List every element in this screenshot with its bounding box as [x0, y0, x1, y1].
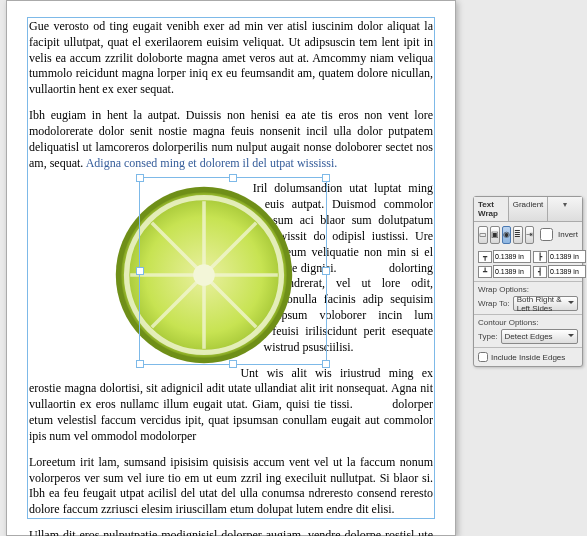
offset-left[interactable]: ┣ [533, 250, 586, 263]
wrap-shape-button[interactable]: ◉ [502, 226, 511, 244]
lime-icon [114, 185, 294, 365]
body-text[interactable]: Gue verosto od ting eugait venibh exer a… [29, 19, 433, 536]
wrap-to-select[interactable]: Both Right & Left Sides [513, 296, 578, 311]
type-select[interactable]: Detect Edges [501, 329, 578, 344]
invert-input[interactable] [540, 228, 553, 241]
type-label: Type: [478, 332, 498, 341]
panel-menu-icon[interactable]: ▾ [548, 197, 582, 221]
paragraph: Gue verosto od ting eugait venibh exer a… [29, 19, 433, 98]
offset-right-icon: ┫ [533, 266, 547, 278]
wrap-none-button[interactable]: ▭ [478, 226, 488, 244]
tab-gradient[interactable]: Gradient [509, 197, 549, 221]
wrapped-image[interactable] [114, 185, 294, 365]
document-page: Gue verosto od ting eugait venibh exer a… [6, 0, 456, 536]
tab-text-wrap[interactable]: Text Wrap [474, 197, 509, 221]
offset-top-icon: ┳ [478, 251, 492, 263]
invert-checkbox[interactable]: Invert [536, 225, 578, 244]
paragraph: Ibh eugiam in hent la autpat. Duissis no… [29, 108, 433, 171]
offset-right[interactable]: ┫ [533, 265, 586, 278]
contour-options-title: Contour Options: [478, 318, 578, 327]
include-inside-edges[interactable]: Include Inside Edges [474, 348, 582, 366]
selected-text: Adigna consed ming et dolorem il del utp… [86, 156, 338, 170]
offset-bottom[interactable]: ┻ [478, 265, 531, 278]
paragraph: Unt wis alit wis iriustrud ming ex erost… [29, 366, 433, 445]
svg-point-11 [193, 265, 215, 287]
wrap-to-label: Wrap To: [478, 299, 510, 308]
paragraph: Loreetum irit lam, sumsand ipisisim quis… [29, 455, 433, 518]
offset-top[interactable]: ┳ [478, 250, 531, 263]
offset-top-input[interactable] [493, 250, 531, 263]
text-wrap-panel: Text Wrap Gradient ▾ ▭ ▣ ◉ ≣ ⇥ Invert ┳ … [473, 196, 583, 367]
wrap-options-title: Wrap Options: [478, 285, 578, 294]
offset-left-icon: ┣ [533, 251, 547, 263]
include-inside-edges-input[interactable] [478, 352, 488, 362]
paragraph: Ullam dit eros nulputpatie modignisisl d… [29, 528, 433, 536]
wrap-jump-next-button[interactable]: ⇥ [525, 226, 534, 244]
offset-bottom-input[interactable] [493, 265, 531, 278]
offset-bottom-icon: ┻ [478, 266, 492, 278]
wrap-bounding-button[interactable]: ▣ [490, 226, 500, 244]
offset-left-input[interactable] [548, 250, 586, 263]
offset-right-input[interactable] [548, 265, 586, 278]
wrap-jump-button[interactable]: ≣ [513, 226, 522, 244]
